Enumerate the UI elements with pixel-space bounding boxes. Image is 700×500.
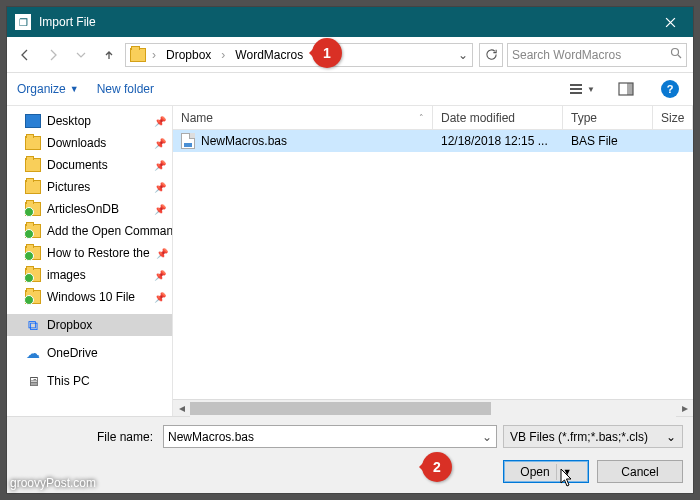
view-options-button[interactable]: ▼ bbox=[569, 77, 595, 101]
bottom-panel: File name: NewMacros.bas ⌄ VB Files (*.f… bbox=[7, 416, 693, 493]
help-button[interactable]: ? bbox=[657, 77, 683, 101]
tree-item[interactable]: Add the Open Command📌 bbox=[7, 220, 172, 242]
nav-row: › Dropbox › WordMacros › ⌄ Search WordMa… bbox=[7, 37, 693, 73]
chevron-right-icon: › bbox=[150, 48, 158, 62]
watermark: groovyPost.com bbox=[10, 469, 96, 492]
open-button[interactable]: Open ▼ bbox=[503, 460, 589, 483]
forward-button[interactable] bbox=[41, 43, 65, 67]
pin-icon: 📌 bbox=[154, 182, 166, 193]
pin-icon: 📌 bbox=[154, 270, 166, 281]
folder-synced-icon bbox=[25, 224, 41, 238]
chevron-down-icon[interactable]: ▼ bbox=[563, 467, 572, 477]
annotation-2: 2 bbox=[422, 452, 452, 482]
tree-item-label: Documents bbox=[47, 158, 108, 172]
search-icon bbox=[670, 47, 682, 62]
tree-item[interactable]: ☁OneDrive bbox=[7, 342, 172, 364]
pin-icon: 📌 bbox=[154, 116, 166, 127]
column-headers: Name˄ Date modified Type Size bbox=[173, 106, 693, 130]
cancel-label: Cancel bbox=[621, 465, 658, 479]
tree-item[interactable]: ArticlesOnDB📌 bbox=[7, 198, 172, 220]
folder-icon bbox=[25, 158, 41, 172]
chevron-down-icon: ▼ bbox=[70, 84, 79, 94]
chevron-down-icon: ⌄ bbox=[666, 430, 676, 444]
search-input[interactable]: Search WordMacros bbox=[507, 43, 687, 67]
svg-rect-1 bbox=[570, 84, 582, 86]
folder-icon bbox=[25, 180, 41, 194]
navigation-tree[interactable]: Desktop📌Downloads📌Documents📌Pictures📌Art… bbox=[7, 106, 173, 416]
file-list-panel: Name˄ Date modified Type Size NewMacros.… bbox=[173, 106, 693, 416]
chevron-down-icon: ▼ bbox=[587, 85, 595, 94]
tree-item[interactable]: Desktop📌 bbox=[7, 110, 172, 132]
pin-icon: 📌 bbox=[154, 292, 166, 303]
tree-item[interactable]: Downloads📌 bbox=[7, 132, 172, 154]
tree-item[interactable]: 🖥This PC bbox=[7, 370, 172, 392]
search-placeholder: Search WordMacros bbox=[512, 48, 666, 62]
svg-rect-3 bbox=[570, 92, 582, 94]
tree-item[interactable]: Documents📌 bbox=[7, 154, 172, 176]
app-icon: ❐ bbox=[15, 14, 31, 30]
address-history-dropdown[interactable]: ⌄ bbox=[454, 48, 472, 62]
breadcrumb-wordmacros[interactable]: WordMacros bbox=[231, 44, 307, 66]
file-date: 12/18/2018 12:15 ... bbox=[433, 134, 563, 148]
import-file-dialog: ❐ Import File › Dropbox bbox=[6, 6, 694, 494]
window-title: Import File bbox=[39, 15, 648, 29]
filename-value: NewMacros.bas bbox=[168, 430, 254, 444]
column-date[interactable]: Date modified bbox=[433, 106, 563, 129]
tree-item-label: images bbox=[47, 268, 86, 282]
chevron-down-icon: ⌄ bbox=[482, 430, 492, 444]
folder-synced-icon bbox=[25, 202, 41, 216]
column-name[interactable]: Name˄ bbox=[173, 106, 433, 129]
file-list[interactable]: NewMacros.bas12/18/2018 12:15 ...BAS Fil… bbox=[173, 130, 693, 399]
filename-input[interactable]: NewMacros.bas ⌄ bbox=[163, 425, 497, 448]
folder-icon bbox=[130, 48, 146, 62]
help-icon: ? bbox=[661, 80, 679, 98]
column-type[interactable]: Type bbox=[563, 106, 653, 129]
open-label: Open bbox=[520, 465, 549, 479]
close-button[interactable] bbox=[648, 7, 693, 37]
scrollbar-thumb[interactable] bbox=[190, 402, 491, 415]
tree-item[interactable]: images📌 bbox=[7, 264, 172, 286]
tree-item-label: Downloads bbox=[47, 136, 106, 150]
tree-item-label: OneDrive bbox=[47, 346, 98, 360]
tree-item[interactable]: Pictures📌 bbox=[7, 176, 172, 198]
tree-item-label: How to Restore the bbox=[47, 246, 150, 260]
folder-icon bbox=[25, 136, 41, 150]
up-button[interactable] bbox=[97, 43, 121, 67]
tree-item-label: Desktop bbox=[47, 114, 91, 128]
breadcrumb-dropbox[interactable]: Dropbox bbox=[162, 44, 215, 66]
main-panel: Desktop📌Downloads📌Documents📌Pictures📌Art… bbox=[7, 105, 693, 416]
file-icon bbox=[181, 133, 195, 149]
folder-synced-icon bbox=[25, 290, 41, 304]
dropbox-icon: ⧉ bbox=[25, 318, 41, 332]
file-type-filter[interactable]: VB Files (*.frm;*.bas;*.cls) ⌄ bbox=[503, 425, 683, 448]
tree-item-label: Dropbox bbox=[47, 318, 92, 332]
file-type: BAS File bbox=[563, 134, 653, 148]
scroll-right-icon[interactable]: ▸ bbox=[676, 400, 693, 417]
back-button[interactable] bbox=[13, 43, 37, 67]
svg-rect-2 bbox=[570, 88, 582, 90]
tree-item-label: This PC bbox=[47, 374, 90, 388]
tree-item[interactable]: How to Restore the📌 bbox=[7, 242, 172, 264]
scroll-left-icon[interactable]: ◂ bbox=[173, 400, 190, 417]
cancel-button[interactable]: Cancel bbox=[597, 460, 683, 483]
svg-rect-5 bbox=[627, 83, 633, 95]
preview-pane-button[interactable] bbox=[613, 77, 639, 101]
annotation-1: 1 bbox=[312, 38, 342, 68]
address-bar[interactable]: › Dropbox › WordMacros › ⌄ bbox=[125, 43, 473, 67]
titlebar: ❐ Import File bbox=[7, 7, 693, 37]
onedrive-icon: ☁ bbox=[25, 346, 41, 360]
tree-item[interactable]: Windows 10 File📌 bbox=[7, 286, 172, 308]
file-row[interactable]: NewMacros.bas12/18/2018 12:15 ...BAS Fil… bbox=[173, 130, 693, 152]
organize-menu[interactable]: Organize ▼ bbox=[17, 82, 79, 96]
horizontal-scrollbar[interactable]: ◂ ▸ bbox=[173, 399, 693, 416]
folder-synced-icon bbox=[25, 268, 41, 282]
new-folder-button[interactable]: New folder bbox=[97, 82, 154, 96]
toolbar: Organize ▼ New folder ▼ ? bbox=[7, 73, 693, 105]
column-size[interactable]: Size bbox=[653, 106, 693, 129]
recent-locations-button[interactable] bbox=[69, 43, 93, 67]
refresh-button[interactable] bbox=[479, 43, 503, 67]
pc-icon: 🖥 bbox=[25, 374, 41, 388]
tree-item-label: Add the Open Command bbox=[47, 224, 172, 238]
organize-label: Organize bbox=[17, 82, 66, 96]
tree-item[interactable]: ⧉Dropbox bbox=[7, 314, 172, 336]
